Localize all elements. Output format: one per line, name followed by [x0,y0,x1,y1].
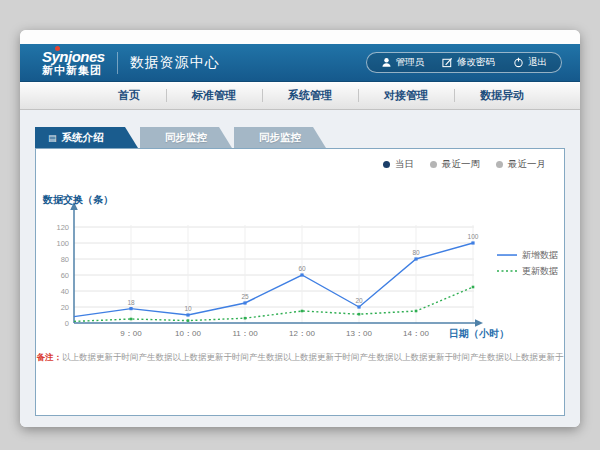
svg-text:20: 20 [61,303,69,312]
svg-text:60: 60 [298,265,306,272]
page-title: 数据资源中心 [130,54,220,72]
document-icon: ▤ [48,133,57,143]
svg-text:数据交换（条）: 数据交换（条） [42,194,113,205]
svg-text:100: 100 [56,239,69,248]
svg-text:18: 18 [127,299,135,306]
window-top-strip [20,30,580,44]
svg-text:日期（小时）: 日期（小时） [449,328,509,339]
user-icon [381,57,392,68]
footnote: 备注：以上数据更新于时间产生数据以上数据更新于时间产生数据以上数据更新于时间产生… [36,352,564,364]
edit-icon [442,57,453,68]
app-header: Synjones 新中新集团 数据资源中心 管理员 修改密码 [20,44,580,82]
nav-item-standard-mgmt[interactable]: 标准管理 [166,82,262,109]
svg-text:更新数据: 更新数据 [522,266,558,276]
logo-subtext: 新中新集团 [42,65,105,76]
svg-text:13：00: 13：00 [346,329,372,338]
main-nav: 首页 标准管理 系统管理 对接管理 数据异动 [20,82,580,110]
svg-text:100: 100 [468,233,479,240]
nav-item-home[interactable]: 首页 [92,82,166,109]
svg-text:10：00: 10：00 [175,329,201,338]
svg-text:40: 40 [61,287,69,296]
svg-text:新增数据: 新增数据 [522,250,558,260]
logo-red-dot-icon [55,46,60,51]
admin-user-button[interactable]: 管理员 [381,56,425,69]
svg-text:14：00: 14：00 [403,329,429,338]
svg-text:80: 80 [412,249,420,256]
svg-text:0: 0 [65,319,69,328]
svg-text:60: 60 [61,271,69,280]
tab-strip: ▤系统介绍 同步监控 同步监控 [20,110,580,148]
line-chart: 0204060801001209：0010：0011：0012：0013：001… [36,167,572,349]
app-window: Synjones 新中新集团 数据资源中心 管理员 修改密码 [20,30,580,427]
svg-text:120: 120 [56,223,69,232]
chart-panel: 当日 最近一周 最近一月 0204060801001209：0010：0011：… [35,148,565,416]
nav-item-integration-mgmt[interactable]: 对接管理 [358,82,454,109]
nav-item-data-change[interactable]: 数据异动 [454,82,550,109]
svg-text:25: 25 [241,293,249,300]
change-password-button[interactable]: 修改密码 [442,56,495,69]
company-logo: Synjones 新中新集团 [42,49,105,76]
user-toolbar: 管理员 修改密码 退出 [366,52,563,73]
header-divider [117,52,118,74]
tab-sync-monitor-2[interactable]: 同步监控 [234,127,326,148]
logo-text: Synjones [42,49,105,64]
footnote-prefix: 备注： [37,352,63,362]
svg-text:10: 10 [184,305,192,312]
footnote-text: 以上数据更新于时间产生数据以上数据更新于时间产生数据以上数据更新于时间产生数据以… [62,352,564,362]
tab-system-intro[interactable]: ▤系统介绍 [35,127,138,148]
tab-sync-monitor-1[interactable]: 同步监控 [140,127,232,148]
power-icon [513,57,524,68]
svg-text:80: 80 [61,255,69,264]
svg-text:12：00: 12：00 [289,329,315,338]
svg-text:20: 20 [355,297,363,304]
content-area: ▤系统介绍 同步监控 同步监控 当日 最近一周 最近一月 020 [20,110,580,427]
logout-button[interactable]: 退出 [513,56,547,69]
nav-item-system-mgmt[interactable]: 系统管理 [262,82,358,109]
svg-text:11：00: 11：00 [232,329,258,338]
svg-text:9：00: 9：00 [120,329,142,338]
